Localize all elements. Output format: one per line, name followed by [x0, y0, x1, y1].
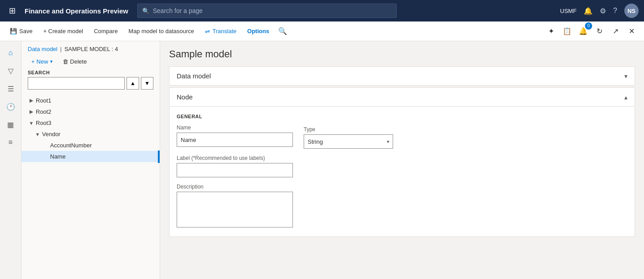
node-section-title: Node	[177, 93, 193, 101]
toolbar-right: ✦ 📋 🔔 0 ↻ ↗ ✕	[544, 24, 639, 39]
new-label: New	[37, 58, 48, 65]
connections-icon[interactable]: ✦	[544, 24, 558, 39]
sidebar-home-icon[interactable]: ⌂	[3, 45, 19, 61]
form-general-row: GENERAL Name Type String Integer	[177, 114, 627, 149]
left-panel: Data model | SAMPLE MODEL : 4 + New ▾ 🗑 …	[21, 41, 160, 279]
global-search[interactable]: 🔍 Search for a page	[137, 4, 397, 18]
search-down-button[interactable]: ▼	[141, 77, 153, 90]
notification-toolbar-badge[interactable]: 🔔 0	[576, 24, 590, 39]
label-field-label: Label (*Recommended to use labels)	[177, 155, 293, 161]
search-toolbar-icon[interactable]: 🔍	[275, 24, 290, 39]
tree-item-label: Root2	[36, 108, 51, 115]
save-button[interactable]: 💾 Save	[5, 24, 37, 39]
node-section-header[interactable]: Node ▴	[169, 88, 635, 107]
data-model-section-title: Data model	[177, 72, 211, 80]
search-icon: 🔍	[142, 8, 149, 14]
new-plus-icon: +	[31, 58, 35, 65]
icon-sidebar: ⌂ ▽ ☰ 🕐 ▦ ≡	[0, 41, 21, 279]
new-button[interactable]: + New ▾	[28, 57, 56, 66]
create-model-button[interactable]: + Create model	[39, 24, 88, 39]
tree-item-label: Root3	[36, 120, 51, 126]
chevron-right-icon: ▶	[28, 109, 35, 115]
node-section-body: GENERAL Name Type String Integer	[169, 107, 635, 236]
tree-search-input[interactable]	[28, 77, 125, 90]
main-toolbar: 💾 Save + Create model Compare Map model …	[0, 21, 644, 41]
open-new-icon[interactable]: ↗	[608, 24, 623, 39]
search-area: SEARCH ▲ ▼	[21, 70, 160, 93]
search-section-label: SEARCH	[28, 70, 153, 75]
search-placeholder: Search for a page	[153, 7, 203, 14]
form-general-group: GENERAL Name	[177, 114, 293, 149]
chevron-down-icon: ▼	[34, 132, 41, 137]
sidebar-menu-icon[interactable]: ☰	[3, 81, 19, 97]
compare-button[interactable]: Compare	[89, 24, 122, 39]
general-label: GENERAL	[177, 114, 293, 119]
data-model-section: Data model ▾	[169, 66, 635, 86]
new-dropdown-arrow: ▾	[50, 59, 53, 64]
search-row: ▲ ▼	[28, 77, 153, 90]
top-nav: ⊞ Finance and Operations Preview 🔍 Searc…	[0, 0, 644, 21]
map-model-button[interactable]: Map model to datasource	[124, 24, 199, 39]
tree-item-label: Root1	[36, 97, 51, 104]
delete-icon: 🗑	[63, 58, 68, 65]
tree-item-root3[interactable]: ▼ Root3	[21, 117, 160, 129]
tree-item-root1[interactable]: ▶ Root1	[21, 95, 160, 106]
type-select[interactable]: String Integer Real Date DateTime Boolea…	[304, 134, 393, 149]
help-icon[interactable]: ?	[613, 7, 617, 15]
chevron-right-icon: ▶	[28, 98, 35, 103]
node-chevron-up-icon: ▴	[624, 94, 627, 101]
type-field-label: Type	[304, 126, 393, 133]
tree-item-account-number[interactable]: AccountNumber	[21, 140, 160, 151]
description-field-group: Description	[177, 184, 293, 229]
node-section: Node ▴ GENERAL Name Type	[169, 87, 635, 237]
breadcrumb-separator: |	[60, 46, 61, 52]
drag-handle	[158, 150, 160, 163]
sidebar-list-icon[interactable]: ≡	[3, 134, 19, 150]
tree-item-vendor[interactable]: ▼ Vendor	[21, 129, 160, 140]
name-field-label: Name	[177, 124, 293, 131]
tree-item-label: AccountNumber	[50, 142, 92, 149]
search-up-button[interactable]: ▲	[127, 77, 139, 90]
sidebar-recent-icon[interactable]: 🕐	[3, 99, 19, 115]
chevron-down-icon: ▼	[28, 120, 35, 126]
nav-right: USMF 🔔 ⚙ ? NS	[560, 4, 639, 18]
name-input[interactable]	[177, 133, 293, 147]
tree-area: ▶ Root1 ▶ Root2 ▼ Root3 ▼ Vendor Account…	[21, 93, 160, 279]
main-layout: ⌂ ▽ ☰ 🕐 ▦ ≡ Data model | SAMPLE MODEL : …	[0, 41, 644, 279]
tree-item-label: Vendor	[42, 131, 60, 137]
tree-toolbar: + New ▾ 🗑 Delete	[21, 55, 160, 70]
app-title: Finance and Operations Preview	[25, 7, 128, 15]
tree-item-root2[interactable]: ▶ Root2	[21, 106, 160, 117]
label-field-group: Label (*Recommended to use labels)	[177, 155, 293, 177]
tree-item-label: Name	[50, 153, 66, 160]
label-input[interactable]	[177, 163, 293, 177]
user-avatar[interactable]: NS	[624, 4, 639, 18]
breadcrumb-current: SAMPLE MODEL : 4	[64, 46, 118, 52]
refresh-icon[interactable]: ↻	[592, 24, 606, 39]
designer-icon[interactable]: 📋	[560, 24, 574, 39]
form-type-group: Type String Integer Real Date DateTime B…	[304, 114, 393, 149]
description-field-label: Description	[177, 184, 293, 190]
page-title: Sample model	[169, 48, 635, 60]
grid-icon[interactable]: ⊞	[5, 4, 19, 17]
notification-bell-icon[interactable]: 🔔	[584, 7, 593, 15]
description-textarea[interactable]	[177, 192, 293, 227]
company-code: USMF	[560, 8, 576, 14]
delete-button[interactable]: 🗑 Delete	[59, 57, 91, 66]
sidebar-filter-icon[interactable]: ▽	[3, 63, 19, 79]
translate-icon: ⇌	[205, 28, 210, 35]
breadcrumb: Data model | SAMPLE MODEL : 4	[21, 41, 160, 55]
settings-icon[interactable]: ⚙	[600, 7, 606, 15]
right-content: Sample model Data model ▾ Node ▴ GENERAL	[160, 41, 644, 279]
options-button[interactable]: Options	[243, 24, 274, 39]
tree-item-name[interactable]: Name	[21, 151, 160, 162]
translate-button[interactable]: ⇌ Translate	[200, 24, 241, 39]
breadcrumb-parent[interactable]: Data model	[28, 46, 57, 52]
name-field-group: Name	[177, 124, 293, 147]
sidebar-grid-icon[interactable]: ▦	[3, 116, 19, 133]
close-icon[interactable]: ✕	[624, 24, 639, 39]
type-select-wrap: String Integer Real Date DateTime Boolea…	[304, 134, 393, 149]
delete-label: Delete	[70, 58, 87, 65]
data-model-section-header[interactable]: Data model ▾	[169, 67, 635, 85]
save-icon: 💾	[10, 28, 17, 34]
